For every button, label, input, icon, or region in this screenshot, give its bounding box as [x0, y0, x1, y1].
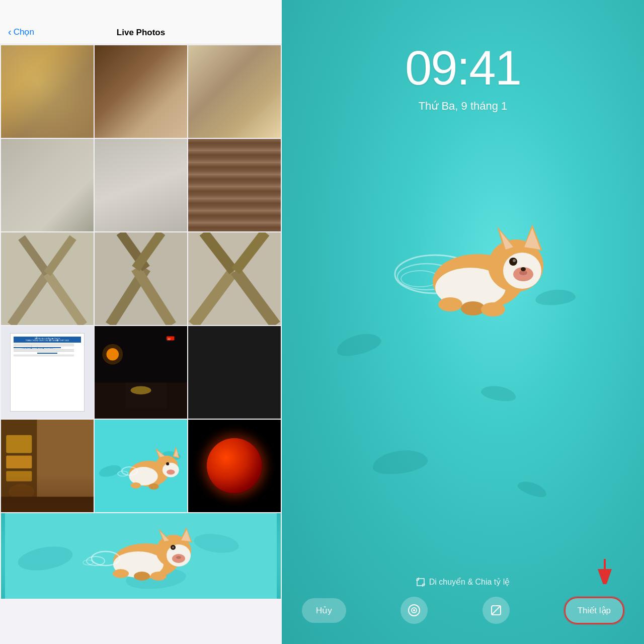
move-ratio-label: Di chuyển & Chia tỷ lệ [429, 577, 510, 587]
bottom-bar: Di chuyển & Chia tỷ lệ Hủy Thiết lập [282, 577, 644, 644]
svg-rect-27 [6, 435, 32, 453]
svg-rect-31 [1, 497, 94, 512]
photo-corgi-swim-selected[interactable] [95, 420, 187, 512]
svg-point-66 [134, 572, 150, 581]
photo-document[interactable]: Sở Giáo dục và Đào tạo Gia LaiTRANG THÔN… [1, 326, 94, 419]
photo-floor-2[interactable] [95, 139, 187, 231]
svg-point-44 [167, 469, 175, 474]
photo-orb-red[interactable] [188, 420, 281, 512]
photo-food-restaurant[interactable] [95, 45, 187, 138]
photo-food-dishes[interactable] [188, 45, 281, 138]
navigation-bar: ‹ Chọn Live Photos [0, 0, 282, 44]
svg-point-30 [9, 484, 34, 500]
bottom-buttons: Hủy Thiết lập [282, 597, 644, 624]
svg-point-23 [131, 386, 151, 394]
back-button[interactable]: ‹ Chọn [8, 26, 34, 38]
svg-point-99 [413, 609, 415, 611]
svg-point-36 [129, 467, 157, 486]
red-arrow-down [595, 559, 615, 589]
cancel-button[interactable]: Hủy [302, 598, 346, 623]
page-title: Live Photos [117, 28, 165, 38]
lock-screen: 09:41 Thứ Ba, 9 tháng 1 [282, 0, 644, 644]
wallpaper-style-button[interactable] [400, 597, 428, 624]
svg-rect-28 [6, 456, 32, 469]
svg-point-18 [102, 344, 123, 365]
svg-rect-92 [417, 579, 424, 586]
grid-row-3 [1, 232, 281, 325]
photo-grid: Sở Giáo dục và Đào tạo Gia LaiTRANG THÔN… [0, 44, 282, 644]
set-wallpaper-button[interactable]: Thiết lập [565, 597, 624, 624]
right-panel: 09:41 Thứ Ba, 9 tháng 1 [282, 0, 644, 644]
svg-point-67 [150, 572, 167, 581]
photo-floor-1[interactable] [1, 139, 94, 231]
svg-rect-26 [37, 420, 94, 512]
photo-table-2[interactable] [95, 232, 187, 325]
left-panel: ‹ Chọn Live Photos [0, 0, 282, 644]
svg-point-46 [148, 484, 158, 490]
svg-point-62 [172, 546, 174, 548]
svg-text:22: 22 [168, 338, 171, 341]
svg-rect-22 [125, 382, 167, 408]
photo-food-stall[interactable] [1, 420, 94, 512]
svg-point-64 [176, 556, 181, 559]
photo-empty-slot [188, 326, 281, 419]
photo-wood-curtain[interactable] [188, 139, 281, 231]
svg-point-43 [166, 462, 169, 465]
svg-point-45 [131, 482, 141, 489]
grid-row-6 [1, 513, 281, 599]
date-display: Thứ Ba, 9 tháng 1 [419, 100, 508, 113]
svg-line-101 [492, 606, 501, 615]
photo-table-3[interactable] [188, 232, 281, 325]
photo-corgi-large[interactable] [1, 513, 281, 599]
svg-rect-5 [1, 232, 94, 325]
svg-point-65 [113, 569, 129, 578]
time-display: 09:41 [405, 40, 521, 96]
chevron-left-icon: ‹ [8, 26, 12, 38]
svg-rect-29 [6, 471, 32, 481]
back-label: Chọn [14, 27, 34, 37]
photo-night-street[interactable]: 22 [95, 326, 187, 419]
move-ratio-text: Di chuyển & Chia tỷ lệ [282, 577, 644, 587]
grid-row-4: Sở Giáo dục và Đào tạo Gia LaiTRANG THÔN… [1, 326, 281, 419]
photo-food-fried-rice[interactable] [1, 45, 94, 138]
photo-table-1[interactable] [1, 232, 94, 325]
grid-row-2 [1, 139, 281, 231]
crop-icon [416, 578, 425, 587]
grid-row-5 [1, 420, 281, 512]
grid-row-1 [1, 45, 281, 138]
slash-icon [490, 604, 503, 617]
target-icon [408, 604, 421, 617]
slash-button[interactable] [482, 597, 510, 624]
